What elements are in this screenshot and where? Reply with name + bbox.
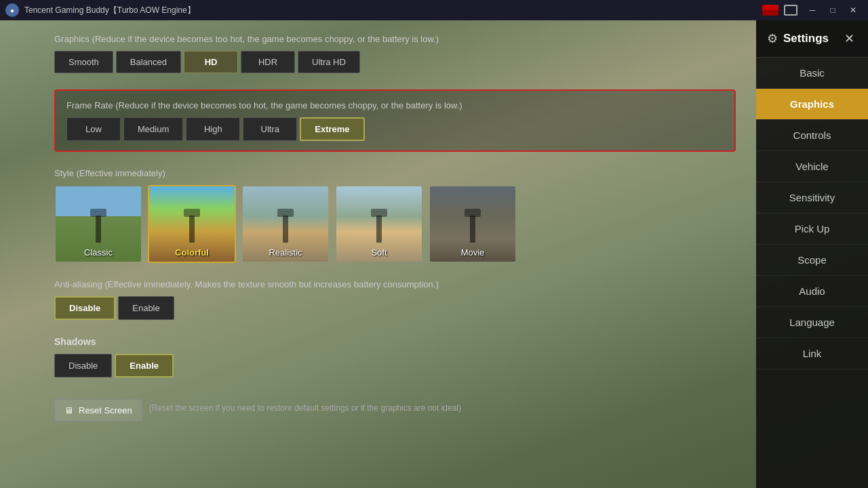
minimize-button[interactable]: ─ <box>803 3 822 17</box>
close-button[interactable]: ✕ <box>844 3 863 17</box>
titlebar: ● Tencent Gaming Buddy【Turbo AOW Engine】… <box>0 0 868 20</box>
maximize-button[interactable]: □ <box>823 3 842 17</box>
style-section: Style (Effective immediately) Classic Co… <box>54 168 736 263</box>
sidebar-item-vehicle[interactable]: Vehicle <box>756 151 868 182</box>
framerate-buttons: Low Medium High Ultra Extreme <box>66 117 724 141</box>
settings-sidebar: ⚙ Settings ✕ Basic Graphics Controls Veh… <box>756 20 868 488</box>
style-options: Classic Colorful Realistic <box>54 185 736 263</box>
graphics-quality-section: Graphics (Reduce if the device becomes t… <box>54 34 736 73</box>
app-icon: ● <box>5 3 19 17</box>
graphics-hdr-button[interactable]: HDR <box>241 51 295 73</box>
shadows-section: Shadows Disable Enable <box>54 336 736 378</box>
settings-header-title: Settings <box>783 32 842 45</box>
reset-screen-button[interactable]: 🖥 Reset Screen <box>54 399 142 422</box>
reset-screen-label: Reset Screen <box>79 405 132 415</box>
framerate-label: Frame Rate (Reduce if the device becomes… <box>66 100 724 110</box>
monitor-icon <box>784 5 797 16</box>
framerate-ultra-button[interactable]: Ultra <box>243 117 297 141</box>
graphics-quality-label: Graphics (Reduce if the device becomes t… <box>54 34 736 44</box>
flag-icon <box>762 5 778 16</box>
settings-close-button[interactable]: ✕ <box>842 30 857 47</box>
style-classic-label: Classic <box>56 247 141 258</box>
style-classic[interactable]: Classic <box>54 185 142 263</box>
sidebar-item-language[interactable]: Language <box>756 307 868 338</box>
style-realistic-label: Realistic <box>243 247 328 258</box>
sidebar-item-basic[interactable]: Basic <box>756 58 868 89</box>
sidebar-item-sensitivity[interactable]: Sensitivity <box>756 182 868 214</box>
framerate-medium-button[interactable]: Medium <box>123 117 183 141</box>
framerate-extreme-button[interactable]: Extreme <box>300 117 364 141</box>
style-soft[interactable]: Soft <box>335 185 423 263</box>
sidebar-item-scope[interactable]: Scope <box>756 245 868 276</box>
graphics-balanced-button[interactable]: Balanced <box>116 51 181 73</box>
app-title: Tencent Gaming Buddy【Turbo AOW Engine】 <box>24 5 762 16</box>
style-soft-label: Soft <box>336 247 422 258</box>
reset-hint: (Reset the screen if you need to restore… <box>149 403 461 413</box>
graphics-hd-button[interactable]: HD <box>184 51 238 73</box>
sidebar-item-graphics[interactable]: Graphics <box>756 89 868 120</box>
shadows-disable-button[interactable]: Disable <box>54 354 112 378</box>
style-label: Style (Effective immediately) <box>54 168 736 178</box>
settings-panel: Graphics (Reduce if the device becomes t… <box>34 20 868 488</box>
framerate-high-button[interactable]: High <box>186 117 240 141</box>
reset-row: 🖥 Reset Screen (Reset the screen if you … <box>54 394 736 422</box>
shadows-buttons: Disable Enable <box>54 354 736 378</box>
graphics-quality-buttons: Smooth Balanced HD HDR Ultra HD <box>54 51 736 73</box>
shadows-enable-button[interactable]: Enable <box>115 354 174 378</box>
style-movie-label: Movie <box>430 247 515 258</box>
shadows-title: Shadows <box>54 336 736 347</box>
sidebar-item-pickup[interactable]: Pick Up <box>756 214 868 245</box>
antialiasing-disable-button[interactable]: Disable <box>54 296 115 320</box>
antialiasing-label: Anti-aliasing (Effective immediately. Ma… <box>54 279 736 289</box>
framerate-low-button[interactable]: Low <box>66 117 121 141</box>
antialiasing-enable-button[interactable]: Enable <box>118 296 174 320</box>
settings-main-content: Graphics (Reduce if the device becomes t… <box>34 20 756 488</box>
graphics-smooth-button[interactable]: Smooth <box>54 51 113 73</box>
antialiasing-buttons: Disable Enable <box>54 296 736 320</box>
style-realistic[interactable]: Realistic <box>241 185 330 263</box>
style-movie[interactable]: Movie <box>429 185 517 263</box>
sidebar-item-link[interactable]: Link <box>756 338 868 369</box>
antialiasing-section: Anti-aliasing (Effective immediately. Ma… <box>54 279 736 320</box>
sidebar-item-audio[interactable]: Audio <box>756 276 868 307</box>
framerate-section: Frame Rate (Reduce if the device becomes… <box>54 89 736 152</box>
reset-monitor-icon: 🖥 <box>64 405 73 415</box>
settings-gear-icon: ⚙ <box>767 31 778 46</box>
graphics-ultrahd-button[interactable]: Ultra HD <box>298 51 360 73</box>
style-colorful[interactable]: Colorful <box>148 185 236 263</box>
window-controls: ─ □ ✕ <box>803 3 863 17</box>
settings-header: ⚙ Settings ✕ <box>756 20 868 58</box>
style-colorful-label: Colorful <box>149 247 235 258</box>
sidebar-item-controls[interactable]: Controls <box>756 120 868 151</box>
